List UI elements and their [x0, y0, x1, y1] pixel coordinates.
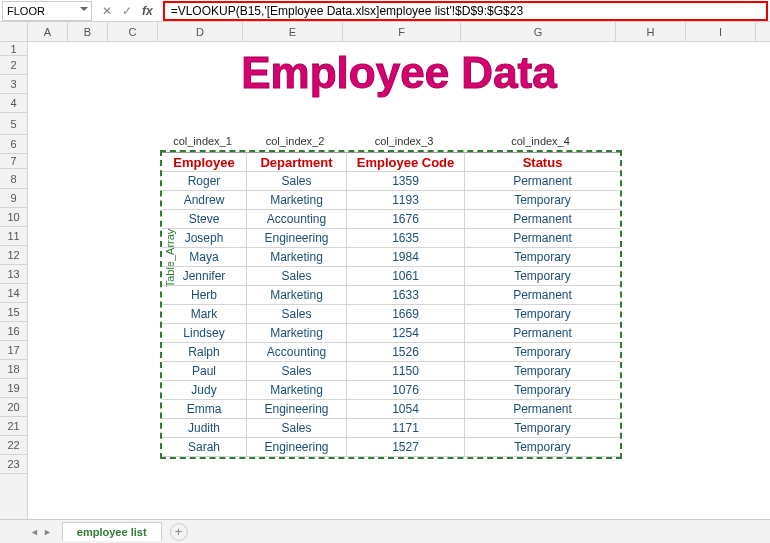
cancel-icon[interactable]: ✕ — [102, 4, 112, 18]
tab-nav[interactable]: ◄ ► — [30, 527, 52, 537]
table-cell[interactable]: Emma — [162, 400, 247, 419]
table-cell[interactable]: Sales — [247, 172, 347, 191]
table-cell[interactable]: Steve — [162, 210, 247, 229]
row-header[interactable]: 18 — [0, 360, 27, 379]
row-header[interactable]: 1 — [0, 42, 27, 56]
table-cell[interactable]: 1150 — [347, 362, 465, 381]
table-cell[interactable]: Sales — [247, 305, 347, 324]
table-cell[interactable]: Sales — [247, 362, 347, 381]
table-cell[interactable]: 1527 — [347, 438, 465, 457]
tab-employee-list[interactable]: employee list — [62, 522, 162, 541]
row-header[interactable]: 8 — [0, 169, 27, 189]
table-cell[interactable]: 1359 — [347, 172, 465, 191]
table-cell[interactable]: 1633 — [347, 286, 465, 305]
table-cell[interactable]: Accounting — [247, 343, 347, 362]
row-header[interactable]: 15 — [0, 303, 27, 322]
nav-prev-icon[interactable]: ◄ — [30, 527, 39, 537]
table-cell[interactable]: Sales — [247, 419, 347, 438]
col-header[interactable]: F — [343, 22, 461, 41]
table-cell[interactable]: Temporary — [465, 267, 620, 286]
row-header[interactable]: 4 — [0, 94, 27, 113]
col-header[interactable]: A — [28, 22, 68, 41]
table-cell[interactable]: Temporary — [465, 305, 620, 324]
table-cell[interactable]: Permanent — [465, 286, 620, 305]
table-cell[interactable]: Temporary — [465, 191, 620, 210]
fx-icon[interactable]: fx — [142, 4, 153, 18]
row-header[interactable]: 12 — [0, 246, 27, 265]
table-cell[interactable]: Accounting — [247, 210, 347, 229]
table-cell[interactable]: Marketing — [247, 324, 347, 343]
table-cell[interactable]: Temporary — [465, 362, 620, 381]
table-cell[interactable]: 1193 — [347, 191, 465, 210]
table-cell[interactable]: Roger — [162, 172, 247, 191]
row-header[interactable]: 22 — [0, 436, 27, 455]
row-header[interactable]: 6 — [0, 135, 27, 154]
table-cell[interactable]: 1054 — [347, 400, 465, 419]
col-header[interactable]: D — [158, 22, 243, 41]
chevron-down-icon[interactable] — [80, 7, 88, 11]
row-header[interactable]: 19 — [0, 379, 27, 398]
table-cell[interactable]: Permanent — [465, 400, 620, 419]
row-header[interactable]: 23 — [0, 455, 27, 474]
table-cell[interactable]: Temporary — [465, 248, 620, 267]
row-header[interactable]: 11 — [0, 227, 27, 246]
table-cell[interactable]: 1635 — [347, 229, 465, 248]
row-header[interactable]: 17 — [0, 341, 27, 360]
table-cell[interactable]: Marketing — [247, 381, 347, 400]
select-all-corner[interactable] — [0, 22, 28, 41]
row-header[interactable]: 20 — [0, 398, 27, 417]
row-header[interactable]: 21 — [0, 417, 27, 436]
row-header[interactable]: 2 — [0, 56, 27, 75]
table-cell[interactable]: Paul — [162, 362, 247, 381]
table-cell[interactable]: Jennifer — [162, 267, 247, 286]
table-cell[interactable]: Permanent — [465, 210, 620, 229]
table-cell[interactable]: 1061 — [347, 267, 465, 286]
table-cell[interactable]: 1526 — [347, 343, 465, 362]
table-cell[interactable]: Lindsey — [162, 324, 247, 343]
nav-next-icon[interactable]: ► — [43, 527, 52, 537]
table-cell[interactable]: 1669 — [347, 305, 465, 324]
table-cell[interactable]: Mark — [162, 305, 247, 324]
table-cell[interactable]: 1676 — [347, 210, 465, 229]
table-header-cell[interactable]: Employee Code — [347, 152, 465, 172]
row-header[interactable]: 5 — [0, 113, 27, 135]
add-sheet-button[interactable]: + — [170, 523, 188, 541]
table-cell[interactable]: 1171 — [347, 419, 465, 438]
row-header[interactable]: 13 — [0, 265, 27, 284]
table-cell[interactable]: Engineering — [247, 400, 347, 419]
table-cell[interactable]: Andrew — [162, 191, 247, 210]
col-header[interactable]: B — [68, 22, 108, 41]
table-cell[interactable]: Joseph — [162, 229, 247, 248]
table-cell[interactable]: Temporary — [465, 381, 620, 400]
table-cell[interactable]: Maya — [162, 248, 247, 267]
table-cell[interactable]: Herb — [162, 286, 247, 305]
table-cell[interactable]: Temporary — [465, 438, 620, 457]
col-header[interactable]: G — [461, 22, 616, 41]
row-header[interactable]: 14 — [0, 284, 27, 303]
row-header[interactable]: 16 — [0, 322, 27, 341]
col-header[interactable]: C — [108, 22, 158, 41]
col-header[interactable]: I — [686, 22, 756, 41]
table-cell[interactable]: 1984 — [347, 248, 465, 267]
table-cell[interactable]: Marketing — [247, 248, 347, 267]
table-cell[interactable]: Marketing — [247, 191, 347, 210]
table-cell[interactable]: Engineering — [247, 229, 347, 248]
table-cell[interactable]: Judy — [162, 381, 247, 400]
row-header[interactable]: 9 — [0, 189, 27, 208]
table-cell[interactable]: Judith — [162, 419, 247, 438]
table-cell[interactable]: Temporary — [465, 343, 620, 362]
cells-area[interactable]: Employee Data col_index_1 col_index_2 co… — [28, 42, 770, 519]
table-header-cell[interactable]: Employee — [162, 152, 247, 172]
row-header[interactable]: 3 — [0, 75, 27, 94]
table-cell[interactable]: 1254 — [347, 324, 465, 343]
table-cell[interactable]: Permanent — [465, 324, 620, 343]
name-box[interactable]: FLOOR — [2, 1, 92, 21]
table-cell[interactable]: 1076 — [347, 381, 465, 400]
formula-input[interactable]: =VLOOKUP(B15,'[Employee Data.xlsx]employ… — [163, 1, 768, 21]
table-cell[interactable]: Marketing — [247, 286, 347, 305]
table-cell[interactable]: Engineering — [247, 438, 347, 457]
table-cell[interactable]: Permanent — [465, 172, 620, 191]
table-cell[interactable]: Temporary — [465, 419, 620, 438]
table-cell[interactable]: Ralph — [162, 343, 247, 362]
col-header[interactable]: H — [616, 22, 686, 41]
